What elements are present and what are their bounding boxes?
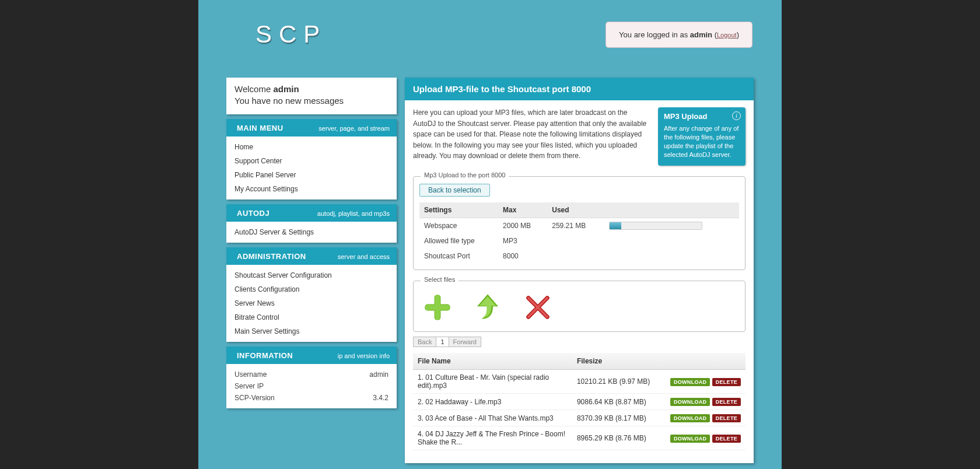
menu-list-admin: Shoutcast Server ConfigurationClients Co… [226, 265, 397, 342]
settings-max: MP3 [498, 233, 547, 249]
settings-col-settings: Settings [419, 202, 498, 218]
settings-used [547, 249, 604, 264]
download-button[interactable]: DOWNLOAD [670, 435, 710, 443]
file-row: 1. 01 Culture Beat - Mr. Vain (special r… [413, 370, 746, 394]
select-files-fieldset: Select files [413, 281, 746, 332]
welcome-panel: Welcome admin You have no new messages [226, 78, 397, 114]
settings-table: Settings Max Used Webspace2000 MB259.21 … [419, 202, 739, 264]
info-title: INFORMATION [237, 351, 293, 360]
menu-sub: server and access [338, 253, 390, 260]
settings-extra [604, 249, 739, 264]
delete-button[interactable]: DELETE [712, 378, 741, 386]
delete-button[interactable]: DELETE [712, 435, 741, 443]
file-name: 4. 04 DJ Jazzy Jeff & The Fresh Prince -… [413, 426, 572, 450]
select-files-legend: Select files [421, 276, 459, 283]
file-name: 2. 02 Haddaway - Life.mp3 [413, 394, 572, 410]
logo: SCP [256, 20, 327, 48]
info-list: UsernameadminServer IP SCP-Version3.4.2 [226, 364, 397, 408]
welcome-messages: You have no new messages [235, 95, 388, 107]
side-note-body: After any change of any of the following… [664, 124, 740, 159]
info-value: 3.4.2 [373, 394, 388, 402]
menu-item[interactable]: My Account Settings [226, 182, 397, 196]
login-status-box: You are logged in as admin (Logout) [606, 22, 752, 48]
pager-back[interactable]: Back [413, 337, 436, 347]
file-row: 4. 04 DJ Jazzy Jeff & The Fresh Prince -… [413, 426, 746, 450]
main-body: Here you can upload your MP3 files, whic… [405, 100, 754, 457]
delete-button[interactable]: DELETE [712, 414, 741, 422]
side-note-title: MP3 Upload [664, 112, 740, 121]
pager: Back1Forward [413, 337, 746, 347]
content-area: Welcome admin You have no new messages M… [198, 54, 782, 463]
info-icon: i [732, 111, 741, 120]
webspace-progress [609, 222, 702, 230]
menu-item[interactable]: Bitrate Control [226, 310, 397, 324]
file-size: 9086.64 KB (8.87 MB) [572, 394, 666, 410]
settings-max: 8000 [498, 249, 547, 264]
login-username: admin [690, 30, 712, 39]
menu-item[interactable]: Public Panel Server [226, 168, 397, 182]
file-size: 8370.39 KB (8.17 MB) [572, 410, 666, 426]
menu-sub: server, page, and stream [318, 125, 390, 132]
menu-item[interactable]: Shoutcast Server Configuration [226, 268, 397, 282]
logout-link[interactable]: Logout [717, 32, 737, 38]
cancel-icon[interactable] [522, 292, 554, 323]
header: SCP You are logged in as admin (Logout) [198, 0, 782, 54]
back-to-selection-button[interactable]: Back to selection [419, 184, 490, 197]
menu-item[interactable]: Server News [226, 296, 397, 310]
upload-arrow-icon[interactable] [472, 292, 503, 323]
file-actions: DOWNLOAD DELETE [666, 426, 746, 450]
file-size: 8965.29 KB (8.76 MB) [572, 426, 666, 450]
menu-title: AUTODJ [237, 209, 270, 218]
menu-item[interactable]: Home [226, 140, 397, 154]
settings-row: Shoutcast Port8000 [419, 249, 739, 264]
menu-header-admin: ADMINISTRATIONserver and access [226, 247, 397, 265]
info-sub: ip and version info [338, 352, 390, 359]
file-name: 3. 03 Ace of Base - All That She Wants.m… [413, 410, 572, 426]
file-name: 1. 01 Culture Beat - Mr. Vain (special r… [413, 370, 572, 394]
settings-col-max: Max [498, 202, 547, 218]
file-col-actions [666, 353, 746, 370]
main-panel: Upload MP3-file to the Shoutcast port 80… [405, 78, 754, 463]
file-col-name: File Name [413, 353, 572, 370]
settings-col-bar [604, 202, 739, 218]
add-file-icon[interactable] [422, 292, 453, 323]
info-row: SCP-Version3.4.2 [235, 392, 388, 404]
info-row: Server IP [235, 380, 388, 392]
download-button[interactable]: DOWNLOAD [670, 398, 710, 406]
menu-list-autodj: AutoDJ Server & Settings [226, 222, 397, 243]
file-size: 10210.21 KB (9.97 MB) [572, 370, 666, 394]
download-button[interactable]: DOWNLOAD [670, 414, 710, 422]
menu-item[interactable]: Main Server Settings [226, 324, 397, 338]
file-actions: DOWNLOAD DELETE [666, 410, 746, 426]
menu-panel-admin: ADMINISTRATIONserver and accessShoutcast… [226, 247, 397, 342]
info-label: Username [235, 370, 267, 379]
welcome-username: admin [273, 84, 299, 94]
file-actions: DOWNLOAD DELETE [666, 394, 746, 410]
settings-used: 259.21 MB [547, 218, 604, 234]
settings-extra [604, 218, 739, 234]
settings-row: Webspace2000 MB259.21 MB [419, 218, 739, 234]
menu-item[interactable]: Clients Configuration [226, 282, 397, 296]
login-prefix: You are logged in as [619, 30, 690, 39]
menu-header-main: MAIN MENUserver, page, and stream [226, 119, 397, 136]
file-col-size: Filesize [572, 353, 666, 370]
delete-button[interactable]: DELETE [712, 398, 741, 406]
info-value: admin [369, 370, 388, 379]
file-table: File Name Filesize 1. 01 Culture Beat - … [413, 353, 746, 450]
settings-max: 2000 MB [498, 218, 547, 234]
menu-panel-main: MAIN MENUserver, page, and streamHomeSup… [226, 119, 397, 200]
intro-wrap: Here you can upload your MP3 files, whic… [413, 107, 746, 166]
info-panel: INFORMATION ip and version info Username… [226, 346, 397, 408]
pager-current[interactable]: 1 [436, 337, 449, 347]
upload-settings-legend: Mp3 Upload to the port 8000 [421, 172, 509, 178]
menu-item[interactable]: AutoDJ Server & Settings [226, 225, 397, 239]
settings-label: Webspace [419, 218, 498, 234]
upload-settings-fieldset: Mp3 Upload to the port 8000 Back to sele… [413, 176, 746, 270]
settings-row: Allowed file typeMP3 [419, 233, 739, 249]
info-row: Usernameadmin [235, 369, 388, 380]
download-button[interactable]: DOWNLOAD [670, 378, 710, 386]
info-header: INFORMATION ip and version info [226, 346, 397, 364]
side-note: i MP3 Upload After any change of any of … [658, 107, 746, 166]
menu-item[interactable]: Support Center [226, 154, 397, 168]
pager-forward[interactable]: Forward [449, 337, 481, 347]
